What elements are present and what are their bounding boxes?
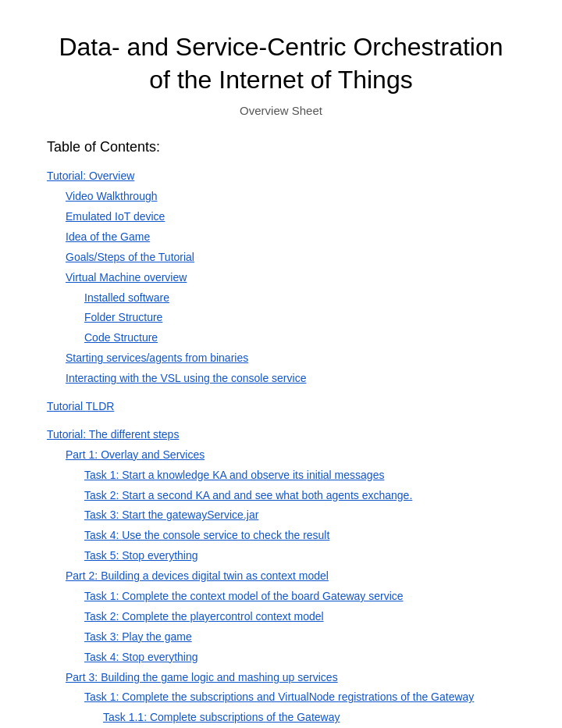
toc-item: Folder Structure (84, 308, 515, 328)
toc-link[interactable]: Installed software (84, 291, 169, 304)
toc-item: Task 3: Start the gatewayService.jar (84, 505, 515, 526)
toc-link[interactable]: Task 2: Complete the playercontrol conte… (84, 610, 324, 623)
toc-link[interactable]: Emulated IoT device (66, 210, 165, 223)
toc-link[interactable]: Task 1.1: Complete subscriptions of the … (103, 711, 340, 723)
toc-link[interactable]: Starting services/agents from binaries (66, 352, 248, 364)
toc-link[interactable]: Tutorial: Overview (47, 170, 134, 182)
toc-item: Tutorial: Overview (47, 166, 515, 187)
toc-link[interactable]: Task 3: Start the gatewayService.jar (84, 509, 258, 521)
toc-item: Virtual Machine overview (66, 268, 515, 288)
toc-item: Tutorial TLDR (47, 397, 515, 417)
toc-item: Task 5: Stop everything (84, 546, 515, 566)
toc-item: Task 4: Use the console service to check… (84, 526, 515, 546)
subtitle: Overview Sheet (47, 104, 515, 117)
toc-item: Idea of the Game (66, 227, 515, 248)
toc-item: Emulated IoT device (66, 207, 515, 227)
toc-item: Task 4: Stop everything (84, 648, 515, 668)
toc-link[interactable]: Part 3: Building the game logic and mash… (66, 671, 338, 683)
toc-link[interactable]: Task 1: Start a knowledge KA and observe… (84, 469, 384, 481)
toc-item: Interacting with the VSL using the conso… (66, 369, 515, 389)
toc-link[interactable]: Folder Structure (84, 311, 162, 323)
toc-item: Task 1: Complete the context model of th… (84, 587, 515, 607)
toc-link[interactable]: Tutorial TLDR (47, 400, 114, 412)
toc-link[interactable]: Tutorial: The different steps (47, 428, 179, 441)
toc-link[interactable]: Task 1: Complete the subscriptions and V… (84, 691, 474, 703)
toc-item: Part 1: Overlay and Services (66, 445, 515, 466)
toc-item: Part 3: Building the game logic and mash… (66, 668, 515, 688)
toc-heading: Table of Contents: (47, 139, 515, 155)
toc-item: Part 2: Building a devices digital twin … (66, 566, 515, 587)
toc-link[interactable]: Task 5: Stop everything (84, 549, 198, 562)
toc-link[interactable]: Task 1: Complete the context model of th… (84, 590, 404, 602)
toc-item: Video Walkthrough (66, 187, 515, 207)
title-line1: Data- and Service-Centric Orchestration (59, 33, 503, 61)
page-title: Data- and Service-Centric Orchestration … (47, 31, 515, 96)
toc-link[interactable]: Task 3: Play the game (84, 630, 192, 643)
toc-item: Task 2: Start a second KA and and see wh… (84, 486, 515, 506)
toc-link[interactable]: Part 2: Building a devices digital twin … (66, 569, 329, 582)
toc-item: Task 1.1: Complete subscriptions of the … (103, 708, 515, 728)
toc-item: Task 3: Play the game (84, 627, 515, 648)
toc-item: Code Structure (84, 328, 515, 348)
toc-item: Tutorial: The different steps (47, 425, 515, 445)
toc-link[interactable]: Task 2: Start a second KA and and see wh… (84, 489, 412, 501)
toc-list: Tutorial: OverviewVideo WalkthroughEmula… (47, 166, 515, 728)
toc-link[interactable]: Goals/Steps of the Tutorial (66, 251, 194, 263)
toc-item: Task 1: Complete the subscriptions and V… (84, 687, 515, 708)
toc-link[interactable]: Interacting with the VSL using the conso… (66, 372, 306, 384)
toc-link[interactable]: Video Walkthrough (66, 190, 158, 202)
toc-item: Installed software (84, 288, 515, 309)
toc-item: Goals/Steps of the Tutorial (66, 248, 515, 268)
toc-item: Starting services/agents from binaries (66, 348, 515, 369)
toc-link[interactable]: Task 4: Use the console service to check… (84, 529, 329, 541)
toc-link[interactable]: Task 4: Stop everything (84, 651, 198, 663)
toc-item: Task 1: Start a knowledge KA and observe… (84, 466, 515, 486)
toc-item: Task 2: Complete the playercontrol conte… (84, 607, 515, 627)
toc-link[interactable]: Part 1: Overlay and Services (66, 448, 205, 461)
title-line2: of the Internet of Things (149, 66, 412, 94)
toc-link[interactable]: Code Structure (84, 331, 158, 344)
toc-link[interactable]: Virtual Machine overview (66, 271, 187, 284)
toc-link[interactable]: Idea of the Game (66, 230, 150, 243)
